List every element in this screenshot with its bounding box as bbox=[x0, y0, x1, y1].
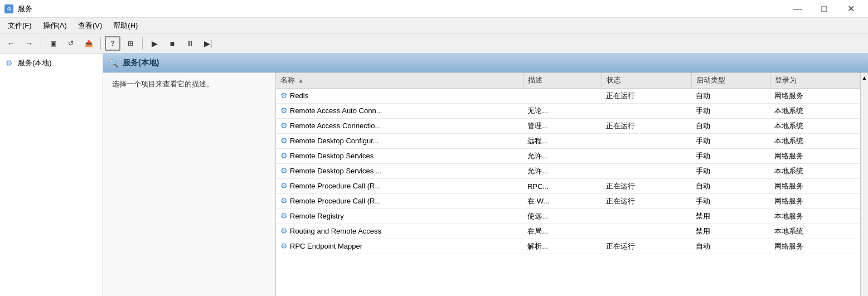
service-name-cell: ⚙Remote Access Connectio... bbox=[276, 119, 399, 132]
service-gear-icon: ⚙ bbox=[280, 211, 288, 220]
service-status bbox=[602, 164, 691, 179]
refresh-button[interactable]: ↺ bbox=[63, 36, 79, 51]
service-startup: 手动 bbox=[691, 104, 770, 119]
service-status bbox=[602, 209, 691, 224]
service-name: RPC Endpoint Mapper bbox=[290, 242, 362, 250]
service-gear-icon: ⚙ bbox=[280, 91, 288, 100]
menu-view[interactable]: 查看(V) bbox=[72, 18, 108, 33]
service-gear-icon: ⚙ bbox=[280, 106, 288, 115]
menu-action[interactable]: 操作(A) bbox=[37, 18, 72, 33]
table-row[interactable]: ⚙Routing and Remote Access在局...禁用本地系统 bbox=[276, 224, 860, 239]
scrollbar-up-icon[interactable]: ▲ bbox=[861, 74, 868, 82]
app-title: 服务 bbox=[18, 4, 32, 14]
service-status: 正在运行 bbox=[602, 239, 691, 254]
service-startup: 自动 bbox=[691, 239, 770, 254]
service-logon: 网络服务 bbox=[770, 239, 860, 254]
service-name: Remote Access Auto Conn... bbox=[290, 106, 382, 115]
service-startup: 禁用 bbox=[691, 209, 770, 224]
sidebar-item-label: 服务(本地) bbox=[18, 58, 52, 68]
service-name-cell: ⚙Remote Desktop Services ... bbox=[276, 164, 399, 177]
resume-button[interactable]: ▶| bbox=[200, 36, 216, 51]
service-gear-icon: ⚙ bbox=[280, 181, 288, 190]
service-desc: 在 W... bbox=[523, 194, 602, 209]
table-row[interactable]: ⚙Remote Desktop Services ...允许...手动本地系统 bbox=[276, 164, 860, 179]
service-desc: 在局... bbox=[523, 224, 602, 239]
service-name-cell: ⚙Remote Desktop Services bbox=[276, 149, 399, 162]
export-button[interactable]: 📤 bbox=[81, 36, 96, 51]
service-logon: 网络服务 bbox=[770, 194, 860, 209]
service-gear-icon: ⚙ bbox=[280, 196, 288, 205]
service-name-cell: ⚙RPC Endpoint Mapper bbox=[276, 239, 399, 253]
table-row[interactable]: ⚙Remote Procedure Call (R...RPC...正在运行自动… bbox=[276, 179, 860, 194]
table-row[interactable]: ⚙Remote Access Auto Conn...无论...手动本地系统 bbox=[276, 104, 860, 119]
service-status bbox=[602, 224, 691, 239]
menu-file[interactable]: 文件(F) bbox=[2, 18, 37, 33]
service-name: Remote Procedure Call (R... bbox=[290, 182, 381, 190]
service-logon: 本地服务 bbox=[770, 209, 860, 224]
description-text: 选择一个项目来查看它的描述。 bbox=[112, 80, 214, 88]
start-button[interactable]: ▶ bbox=[147, 36, 162, 51]
table-row[interactable]: ⚙Remote Desktop Configur...远程...手动本地系统 bbox=[276, 134, 860, 149]
view-button[interactable]: ⊞ bbox=[123, 36, 138, 51]
service-desc: 使远... bbox=[523, 209, 602, 224]
stop-button[interactable]: ■ bbox=[164, 36, 180, 51]
toolbar-separator-2 bbox=[100, 37, 101, 50]
column-header-desc[interactable]: 描述 bbox=[523, 72, 602, 89]
service-name-cell: ⚙Remote Procedure Call (R... bbox=[276, 194, 399, 207]
table-row[interactable]: ⚙Remote Registry使远...禁用本地服务 bbox=[276, 209, 860, 224]
service-startup: 禁用 bbox=[691, 224, 770, 239]
console-button[interactable]: ▣ bbox=[45, 36, 61, 51]
service-status: 正在运行 bbox=[602, 119, 691, 134]
service-name-cell: ⚙Redis bbox=[276, 89, 399, 102]
column-header-status[interactable]: 状态 bbox=[602, 72, 691, 89]
table-row[interactable]: ⚙RPC Endpoint Mapper解析...正在运行自动网络服务 bbox=[276, 239, 860, 254]
titlebar: ⚙ 服务 — □ ✕ bbox=[0, 0, 868, 18]
sidebar-gear-icon: ⚙ bbox=[6, 59, 14, 67]
service-startup: 手动 bbox=[691, 134, 770, 149]
service-desc: 管理... bbox=[523, 119, 602, 134]
menu-help[interactable]: 帮助(H) bbox=[108, 18, 143, 33]
service-gear-icon: ⚙ bbox=[280, 121, 288, 130]
maximize-button[interactable]: □ bbox=[811, 0, 837, 18]
service-logon: 本地系统 bbox=[770, 164, 860, 179]
service-name: Remote Access Connectio... bbox=[290, 122, 381, 130]
table-row[interactable]: ⚙Remote Procedure Call (R...在 W...正在运行手动… bbox=[276, 194, 860, 209]
service-startup: 自动 bbox=[691, 179, 770, 194]
service-logon: 网络服务 bbox=[770, 179, 860, 194]
minimize-button[interactable]: — bbox=[784, 0, 810, 18]
service-name: Remote Registry bbox=[290, 212, 344, 220]
right-scrollbar[interactable]: ▲ bbox=[860, 72, 868, 296]
service-gear-icon: ⚙ bbox=[280, 151, 288, 160]
service-name: Routing and Remote Access bbox=[290, 227, 381, 235]
content-header: 🔍 服务(本地) bbox=[103, 54, 868, 72]
table-row[interactable]: ⚙Redis正在运行自动网络服务 bbox=[276, 89, 860, 104]
column-header-startup[interactable]: 启动类型 bbox=[691, 72, 770, 89]
column-header-name[interactable]: 名称 ▲ bbox=[276, 72, 523, 89]
content-title: 服务(本地) bbox=[123, 58, 159, 68]
forward-button[interactable]: → bbox=[21, 36, 37, 51]
help-button[interactable]: ? bbox=[105, 36, 120, 51]
service-name-cell: ⚙Remote Procedure Call (R... bbox=[276, 179, 399, 192]
service-desc: 允许... bbox=[523, 149, 602, 164]
service-startup: 自动 bbox=[691, 119, 770, 134]
pause-button[interactable]: ⏸ bbox=[182, 36, 198, 51]
service-startup: 手动 bbox=[691, 164, 770, 179]
service-list-panel[interactable]: 名称 ▲ 描述 状态 启动类型 登录为 ⚙Redis正在运行自动网络服务⚙Rem… bbox=[276, 72, 860, 296]
column-header-logon[interactable]: 登录为 bbox=[770, 72, 860, 89]
sidebar: ⚙ 服务(本地) bbox=[0, 54, 103, 296]
close-button[interactable]: ✕ bbox=[838, 0, 864, 18]
service-desc: 允许... bbox=[523, 164, 602, 179]
back-button[interactable]: ← bbox=[3, 36, 19, 51]
service-logon: 网络服务 bbox=[770, 89, 860, 104]
service-desc: 远程... bbox=[523, 134, 602, 149]
table-row[interactable]: ⚙Remote Access Connectio...管理...正在运行自动本地… bbox=[276, 119, 860, 134]
toolbar-separator-3 bbox=[142, 37, 143, 50]
sidebar-item-local-services[interactable]: ⚙ 服务(本地) bbox=[2, 56, 100, 70]
service-desc: 无论... bbox=[523, 104, 602, 119]
app-icon: ⚙ bbox=[4, 4, 13, 13]
menubar: 文件(F) 操作(A) 查看(V) 帮助(H) bbox=[0, 18, 868, 33]
table-row[interactable]: ⚙Remote Desktop Services允许...手动网络服务 bbox=[276, 149, 860, 164]
service-gear-icon: ⚙ bbox=[280, 241, 288, 250]
service-status: 正在运行 bbox=[602, 194, 691, 209]
service-logon: 本地系统 bbox=[770, 104, 860, 119]
